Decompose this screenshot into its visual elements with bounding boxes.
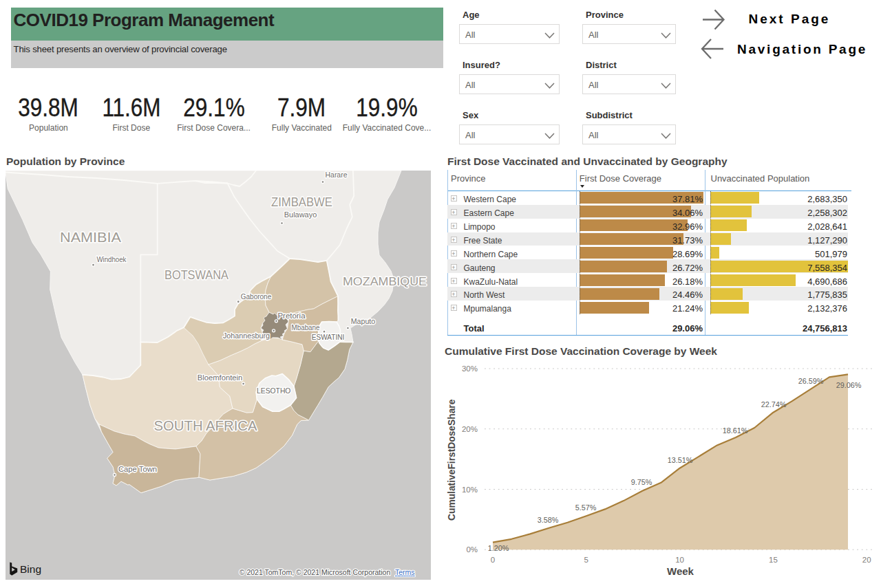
svg-text:0: 0 (491, 556, 495, 564)
svg-text:18.61%: 18.61% (723, 426, 748, 435)
svg-text:Week: Week (667, 565, 694, 577)
svg-text:BOTSWANA: BOTSWANA (164, 268, 229, 282)
svg-text:Bloemfontein: Bloemfontein (198, 373, 243, 382)
svg-text:ZIMBABWE: ZIMBABWE (271, 195, 332, 209)
svg-text:20: 20 (862, 556, 871, 564)
svg-text:NAMIBIA: NAMIBIA (60, 230, 121, 245)
svg-text:26.59%: 26.59% (798, 377, 824, 385)
svg-text:20%: 20% (462, 425, 478, 433)
svg-text:SOUTH AFRICA: SOUTH AFRICA (154, 418, 257, 433)
svg-text:Bulawayo: Bulawayo (284, 210, 317, 219)
svg-text:Harare: Harare (326, 171, 348, 179)
svg-text:5.57%: 5.57% (575, 503, 597, 512)
svg-text:15: 15 (769, 556, 778, 564)
svg-text:3.58%: 3.58% (538, 516, 559, 524)
svg-text:CumulativeFirstDoseShare: CumulativeFirstDoseShare (447, 399, 457, 521)
svg-text:ESWATINI: ESWATINI (312, 333, 345, 341)
svg-text:9.75%: 9.75% (631, 478, 652, 486)
svg-text:LESOTHO: LESOTHO (257, 386, 291, 395)
svg-text:Cumulative First Dose Vaccinat: Cumulative First Dose Vaccination Covera… (445, 345, 717, 357)
svg-text:13.51%: 13.51% (668, 456, 693, 464)
svg-text:29.06%: 29.06% (836, 381, 862, 389)
svg-text:1.20%: 1.20% (488, 544, 509, 552)
svg-text:0%: 0% (466, 545, 478, 554)
svg-text:Gaborone: Gaborone (241, 292, 272, 301)
svg-text:MOZAMBIQUE: MOZAMBIQUE (343, 275, 427, 288)
svg-text:Cape Town: Cape Town (118, 465, 157, 473)
svg-text:Terms: Terms (395, 568, 415, 576)
svg-text:10%: 10% (462, 486, 478, 494)
svg-text:Johannesburg: Johannesburg (223, 331, 270, 340)
svg-text:Windhoek: Windhoek (96, 255, 126, 263)
svg-text:Mbabane: Mbabane (292, 323, 320, 331)
svg-text:Bing: Bing (20, 563, 41, 575)
svg-text:Maputo: Maputo (351, 317, 376, 325)
svg-text:© 2021 TomTom, © 2021 Microsof: © 2021 TomTom, © 2021 Microsoft Corporat… (240, 568, 391, 576)
svg-text:Pretoria: Pretoria (278, 312, 306, 320)
svg-text:5: 5 (584, 556, 588, 564)
svg-text:Next Page: Next Page (749, 12, 831, 26)
svg-text:30%: 30% (462, 364, 478, 373)
svg-text:10: 10 (675, 556, 684, 564)
svg-text:Navigation Page: Navigation Page (737, 42, 867, 56)
svg-text:22.74%: 22.74% (761, 400, 787, 409)
